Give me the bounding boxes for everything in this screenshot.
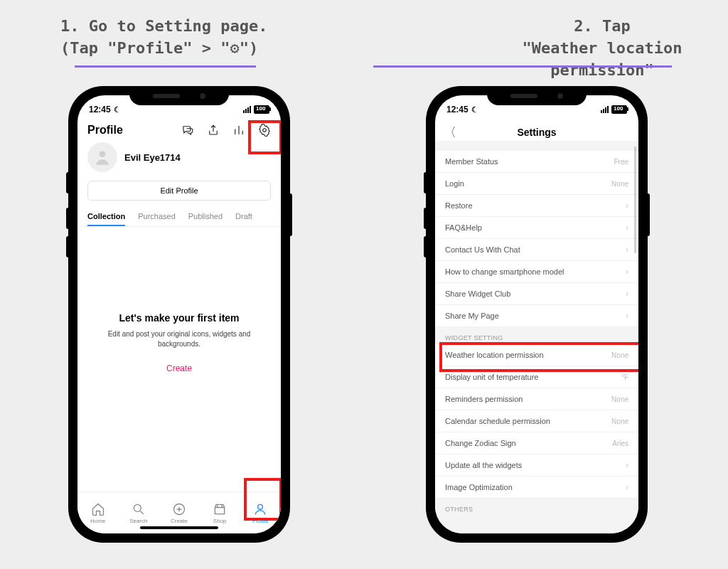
signal-bars-icon <box>243 106 251 113</box>
plus-circle-icon <box>172 502 186 516</box>
gear-icon[interactable] <box>258 124 271 137</box>
phone-frame-profile: 12:45 ☾ 100 Profile <box>69 87 289 542</box>
row-value: °F <box>621 373 628 381</box>
avatar-row: Evil Eye1714 <box>77 139 281 175</box>
screen-settings: 12:45 ☾ 100 〈 Settings Member StatusFree… <box>435 95 638 533</box>
row-label: FAQ&Help <box>445 223 482 232</box>
row-calendar[interactable]: Calendar schedule permissionNone <box>435 410 638 432</box>
row-update-widgets[interactable]: Update all the widgets› <box>435 454 638 477</box>
instruction-step-1: 1. Go to Setting page. (Tap "Profile" > … <box>60 16 267 60</box>
profile-tabs: Collection Purchased Published Draft <box>77 208 281 227</box>
edit-profile-button[interactable]: Edit Profile <box>87 181 271 201</box>
home-indicator <box>140 526 218 529</box>
row-value: None <box>611 351 628 359</box>
chevron-right-icon: › <box>626 311 628 321</box>
instruction-1-line-2: (Tap "Profile" > "⚙") <box>60 38 267 60</box>
chevron-right-icon: › <box>626 289 628 299</box>
row-value: None <box>611 418 628 425</box>
tab-purchased[interactable]: Purchased <box>138 208 176 226</box>
row-label: Member Status <box>445 157 498 166</box>
instruction-2-line-1: 2. Tap <box>476 16 728 38</box>
settings-scroll[interactable]: Member StatusFree LoginNone Restore› FAQ… <box>435 141 638 533</box>
nav-shop-label: Shop <box>213 518 227 524</box>
empty-body: Edit and post your original icons, widge… <box>99 329 259 349</box>
tab-draft[interactable]: Draft <box>235 208 252 226</box>
row-label: Display unit of temperature <box>445 373 538 381</box>
row-label: Update all the widgets <box>445 461 522 469</box>
phone-frame-settings: 12:45 ☾ 100 〈 Settings Member StatusFree… <box>427 87 647 542</box>
profile-header: Profile <box>77 121 281 139</box>
battery-level: 100 <box>614 105 623 112</box>
row-label: Share My Page <box>445 312 499 320</box>
row-change-model[interactable]: How to change smartphone model› <box>435 261 638 283</box>
row-value: Free <box>614 158 628 166</box>
nav-create-label: Create <box>171 518 188 524</box>
nav-profile[interactable]: Profile <box>240 492 281 533</box>
svg-point-4 <box>258 504 263 509</box>
profile-icon <box>253 502 267 516</box>
notch <box>487 87 587 105</box>
row-label: Weather location permission <box>445 351 544 359</box>
row-restore[interactable]: Restore› <box>435 195 638 217</box>
chevron-right-icon: › <box>626 460 628 470</box>
row-share-club[interactable]: Share Widget Club› <box>435 283 638 305</box>
avatar[interactable] <box>87 142 117 172</box>
page-title: Profile <box>87 124 123 137</box>
chat-icon[interactable] <box>181 124 194 137</box>
battery-level: 100 <box>256 105 265 112</box>
tab-collection[interactable]: Collection <box>87 208 125 226</box>
screen-profile: 12:45 ☾ 100 Profile <box>77 95 281 533</box>
svg-point-1 <box>100 151 106 157</box>
tab-published[interactable]: Published <box>188 208 223 226</box>
row-label: Image Optimization <box>445 483 513 491</box>
row-contact[interactable]: Contact Us With Chat› <box>435 239 638 261</box>
row-temp-unit[interactable]: Display unit of temperature°F <box>435 366 638 388</box>
create-link[interactable]: Create <box>99 363 259 373</box>
row-value: Aries <box>612 440 628 447</box>
svg-point-0 <box>263 129 267 132</box>
dnd-moon-icon: ☾ <box>114 105 121 115</box>
page-title: Settings <box>517 127 556 138</box>
dnd-moon-icon: ☾ <box>471 105 478 115</box>
row-value: None <box>611 180 628 188</box>
scroll-indicator <box>634 147 636 253</box>
row-label: Change Zodiac Sign <box>445 439 516 447</box>
instruction-1-line-1: 1. Go to Setting page. <box>60 16 267 38</box>
chevron-right-icon: › <box>626 245 628 255</box>
shop-icon <box>213 502 227 516</box>
row-value: None <box>611 395 628 403</box>
status-time: 12:45 <box>446 105 469 115</box>
share-icon[interactable] <box>207 124 220 137</box>
status-time: 12:45 <box>89 105 111 115</box>
back-chevron-icon[interactable]: 〈 <box>444 124 456 141</box>
row-faq[interactable]: FAQ&Help› <box>435 217 638 239</box>
row-zodiac[interactable]: Change Zodiac SignAries <box>435 432 638 454</box>
signal-bars-icon <box>601 106 609 113</box>
home-icon <box>91 502 105 516</box>
chevron-right-icon: › <box>626 267 628 277</box>
nav-profile-label: Profile <box>252 518 269 524</box>
underline-2 <box>373 65 672 68</box>
row-login[interactable]: LoginNone <box>435 173 638 195</box>
notch <box>129 87 229 105</box>
battery-icon: 100 <box>254 105 269 114</box>
search-icon <box>132 502 146 516</box>
row-reminders[interactable]: Reminders permissionNone <box>435 388 638 410</box>
row-label: How to change smartphone model <box>445 267 564 276</box>
row-weather-permission[interactable]: Weather location permissionNone <box>435 344 638 366</box>
row-label: Reminders permission <box>445 395 523 403</box>
stats-icon[interactable] <box>232 124 245 137</box>
settings-list: Member StatusFree LoginNone Restore› FAQ… <box>435 141 638 516</box>
row-label: Restore <box>445 201 473 210</box>
row-label: Login <box>445 179 464 188</box>
instruction-step-2: 2. Tap "Weather location permission" <box>476 16 728 81</box>
nav-home[interactable]: Home <box>77 492 118 533</box>
empty-state: Let's make your first item Edit and post… <box>77 227 281 373</box>
row-image-opt[interactable]: Image Optimization› <box>435 477 638 499</box>
row-member-status[interactable]: Member StatusFree <box>435 151 638 173</box>
row-label: Contact Us With Chat <box>445 245 520 254</box>
row-share-page[interactable]: Share My Page› <box>435 305 638 327</box>
svg-point-2 <box>134 504 141 511</box>
section-widget-setting: WIDGET SETTING <box>435 327 638 344</box>
chevron-right-icon: › <box>626 482 628 492</box>
